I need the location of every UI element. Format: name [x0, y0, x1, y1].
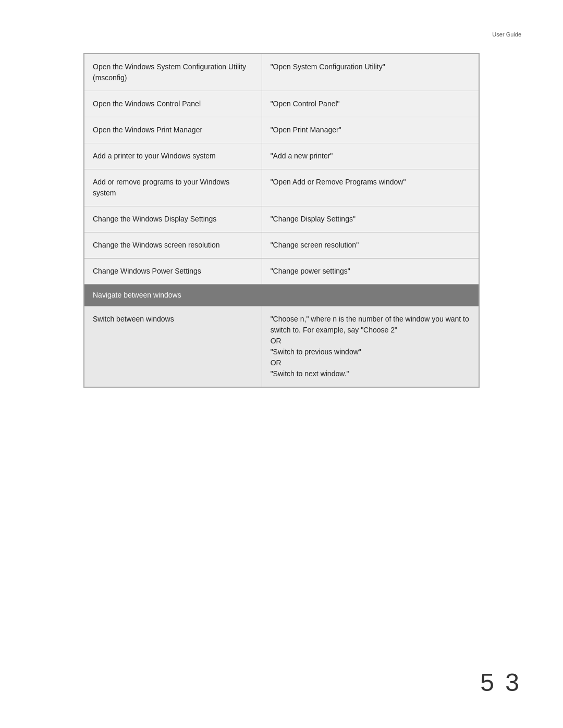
page-number: 5 3 [480, 668, 521, 697]
table-row: Add or remove programs to your Windows s… [84, 169, 479, 206]
table-cell-left: Change the Windows Display Settings [84, 206, 262, 232]
user-guide-label: User Guide [492, 31, 521, 38]
table-cell-right: "Change power settings" [262, 258, 479, 285]
table-cell-left: Open the Windows Control Panel [84, 91, 262, 117]
table-cell-right: "Open Print Manager" [262, 117, 479, 143]
table-cell-right: "Open Add or Remove Programs window" [262, 169, 479, 206]
table-cell-left: Change the Windows screen resolution [84, 232, 262, 258]
table-row: Open the Windows Print Manager"Open Prin… [84, 117, 479, 143]
table-cell-left: Add or remove programs to your Windows s… [84, 169, 262, 206]
main-table: Open the Windows System Configuration Ut… [84, 54, 479, 387]
table-cell-right: "Change Display Settings" [262, 206, 479, 232]
table-row: Change the Windows screen resolution"Cha… [84, 232, 479, 258]
table-row: Add a printer to your Windows system"Add… [84, 143, 479, 169]
page-container: User Guide Open the Windows System Confi… [0, 0, 563, 728]
table-row: Change Windows Power Settings"Change pow… [84, 258, 479, 285]
table-row: Open the Windows System Configuration Ut… [84, 54, 479, 91]
switch-windows-row: Switch between windows"Choose n," where … [84, 306, 479, 387]
table-wrapper: Open the Windows System Configuration Ut… [83, 53, 480, 388]
section-header-row: Navigate between windows [84, 285, 479, 306]
table-cell-left: Change Windows Power Settings [84, 258, 262, 285]
table-cell-right: "Open Control Panel" [262, 91, 479, 117]
table-row: Open the Windows Control Panel"Open Cont… [84, 91, 479, 117]
table-cell-right: "Change screen resolution" [262, 232, 479, 258]
table-cell-right: "Add a new printer" [262, 143, 479, 169]
switch-windows-right: "Choose n," where n is the number of the… [262, 306, 479, 387]
table-cell-right: "Open System Configuration Utility" [262, 54, 479, 91]
switch-windows-left: Switch between windows [84, 306, 262, 387]
table-cell-left: Open the Windows System Configuration Ut… [84, 54, 262, 91]
section-header-cell: Navigate between windows [84, 285, 479, 306]
table-cell-left: Open the Windows Print Manager [84, 117, 262, 143]
table-cell-left: Add a printer to your Windows system [84, 143, 262, 169]
header-right: User Guide [42, 31, 521, 38]
table-row: Change the Windows Display Settings"Chan… [84, 206, 479, 232]
